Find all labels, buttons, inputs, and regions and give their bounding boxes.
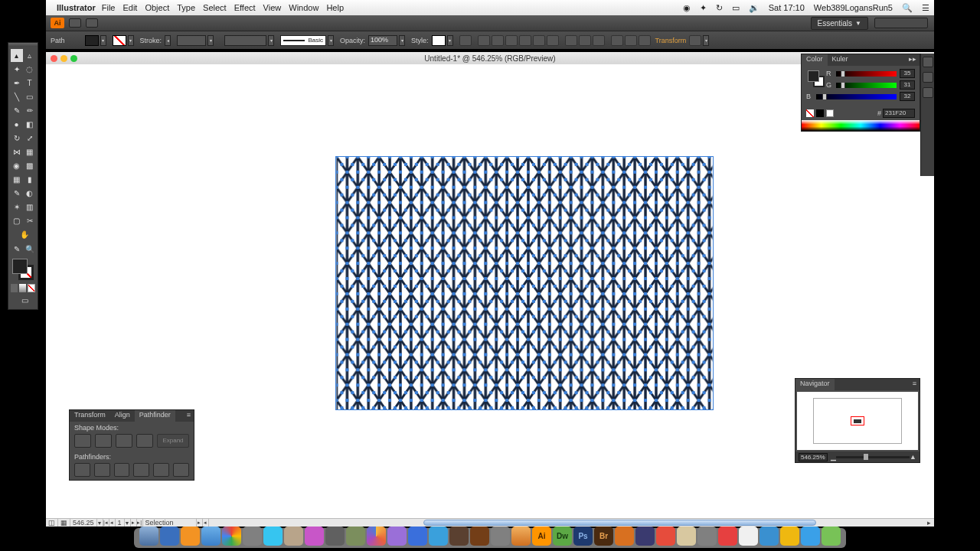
dock-app-17[interactable]	[697, 527, 717, 546]
gradient-tool[interactable]: ▮	[24, 173, 36, 186]
dock-app-13[interactable]	[615, 527, 634, 546]
align-right-button[interactable]	[505, 35, 518, 46]
dock-icon-3[interactable]	[923, 87, 933, 98]
fill-dropdown[interactable]: ▾	[100, 35, 106, 46]
graph-tool[interactable]: ▥	[24, 201, 36, 214]
dock-skype[interactable]	[263, 527, 283, 546]
type-tool[interactable]: T	[24, 77, 36, 90]
align-v-center-button[interactable]	[533, 35, 545, 46]
dock-app-15[interactable]	[656, 527, 675, 546]
divide-button[interactable]	[74, 463, 90, 477]
dock-illustrator[interactable]: Ai	[532, 527, 551, 546]
scroll-right-arrow[interactable]: ▸	[923, 519, 934, 527]
slice-tool[interactable]: ✂	[24, 214, 36, 227]
brush-definition[interactable]: Basic	[280, 35, 326, 46]
dock-app-1[interactable]	[243, 527, 262, 546]
arrange-documents-button[interactable]	[86, 18, 98, 28]
blob-brush-tool[interactable]: ●	[11, 118, 23, 131]
dock-bridge[interactable]: Br	[594, 527, 613, 546]
hex-field[interactable]: 231F20	[883, 109, 915, 118]
none-mode-button[interactable]	[28, 284, 35, 292]
lasso-tool[interactable]: ◌	[24, 63, 36, 76]
stroke-swatch[interactable]	[113, 35, 126, 46]
artboard-dropdown[interactable]: ▼	[125, 519, 131, 527]
dock-app-7[interactable]	[387, 527, 407, 546]
merge-button[interactable]	[114, 463, 130, 477]
artboard-next[interactable]: ▸	[131, 519, 137, 527]
dock-tweetdeck[interactable]	[801, 527, 820, 546]
blend-tool[interactable]: ◐	[24, 187, 36, 200]
display-icon[interactable]: ▭	[732, 3, 740, 13]
menu-type[interactable]: Type	[177, 3, 195, 12]
fill-swatch[interactable]	[85, 35, 99, 46]
stroke-weight-dropdown[interactable]: ▾	[207, 35, 214, 46]
outline-button[interactable]	[153, 463, 169, 477]
dock-app-3[interactable]	[305, 527, 324, 546]
rotate-tool[interactable]: ↻	[11, 132, 23, 145]
sync-icon[interactable]: ↻	[716, 3, 723, 13]
distribute-h-button[interactable]	[565, 35, 577, 46]
crop-button[interactable]	[133, 463, 149, 477]
recolor-artwork-button[interactable]	[459, 35, 472, 46]
dock-app-6[interactable]	[367, 527, 386, 546]
menu-edit[interactable]: Edit	[122, 3, 137, 12]
spotlight-icon[interactable]: 🔍	[902, 3, 913, 13]
horizontal-scrollbar[interactable]	[209, 519, 923, 527]
panel-collapse-button[interactable]: ▸▸	[906, 54, 920, 66]
pathfinder-menu[interactable]: ≡	[184, 410, 194, 422]
color-mode-button[interactable]	[11, 284, 18, 292]
variable-width-profile[interactable]	[224, 35, 266, 46]
graphic-style-swatch[interactable]	[432, 35, 446, 46]
r-slider[interactable]	[836, 71, 897, 77]
minus-back-button[interactable]	[173, 463, 189, 477]
user-menu[interactable]: Web389LogansRun5	[814, 3, 893, 12]
stroke-dropdown[interactable]: ▾	[128, 35, 134, 46]
transform-tab[interactable]: Transform	[70, 410, 110, 422]
menu-select[interactable]: Select	[203, 3, 227, 12]
screen-mode-button[interactable]: ▭	[11, 294, 38, 307]
menu-effect[interactable]: Effect	[234, 3, 256, 12]
white-swatch[interactable]	[826, 109, 834, 117]
selected-artwork[interactable]	[335, 156, 714, 410]
scale-tool[interactable]: ⤢	[24, 132, 36, 145]
navigator-view[interactable]	[797, 392, 918, 450]
dock-app-22[interactable]	[822, 527, 841, 546]
zoom-tool-left[interactable]: ✎	[11, 243, 23, 256]
notification-icon[interactable]: ☰	[922, 3, 929, 13]
eyedropper-tool[interactable]: ✎	[11, 187, 23, 200]
exclude-button[interactable]	[136, 434, 153, 448]
r-value[interactable]: 35	[900, 69, 915, 78]
bridge-button[interactable]	[69, 18, 81, 28]
width-tool[interactable]: ⋈	[11, 145, 23, 158]
brush-dropdown[interactable]: ▾	[328, 35, 334, 46]
g-value[interactable]: 31	[900, 80, 915, 90]
dock-app-20[interactable]	[760, 527, 779, 546]
align-left-button[interactable]	[478, 35, 490, 46]
mesh-tool[interactable]: ▦	[11, 173, 23, 186]
selection-tool[interactable]: ▴	[11, 49, 23, 62]
record-icon[interactable]: ◉	[683, 3, 691, 13]
dock-app-12[interactable]	[491, 527, 510, 546]
zoom-dropdown[interactable]: ▼	[97, 519, 103, 527]
menu-object[interactable]: Object	[145, 3, 169, 12]
minus-front-button[interactable]	[95, 434, 112, 448]
intersect-button[interactable]	[116, 434, 132, 448]
pathfinder-tab[interactable]: Pathfinder	[135, 410, 175, 422]
stroke-weight-stepper[interactable]: ◂	[165, 35, 171, 46]
dock-app-11[interactable]	[470, 527, 489, 546]
scroll-left-arrow[interactable]: ◂	[203, 519, 209, 527]
app-name-menu[interactable]: Illustrator	[57, 3, 96, 12]
status-menu[interactable]: ▸	[197, 519, 203, 527]
perspective-tool[interactable]: ▩	[24, 159, 36, 172]
zoom-slider[interactable]	[836, 456, 910, 458]
isolate-button[interactable]	[611, 35, 623, 46]
artboard-last[interactable]: ▸|	[137, 519, 143, 527]
b-value[interactable]: 32	[900, 92, 915, 101]
dock-itunes[interactable]	[511, 527, 531, 546]
color-spectrum[interactable]	[802, 120, 920, 131]
menu-window[interactable]: Window	[289, 3, 318, 12]
pen-tool[interactable]: ✒	[11, 77, 23, 90]
zoom-level-field[interactable]: 546.25	[70, 519, 97, 527]
panel-fill-stroke[interactable]	[808, 70, 825, 87]
direct-selection-tool[interactable]: ▵	[24, 49, 36, 62]
